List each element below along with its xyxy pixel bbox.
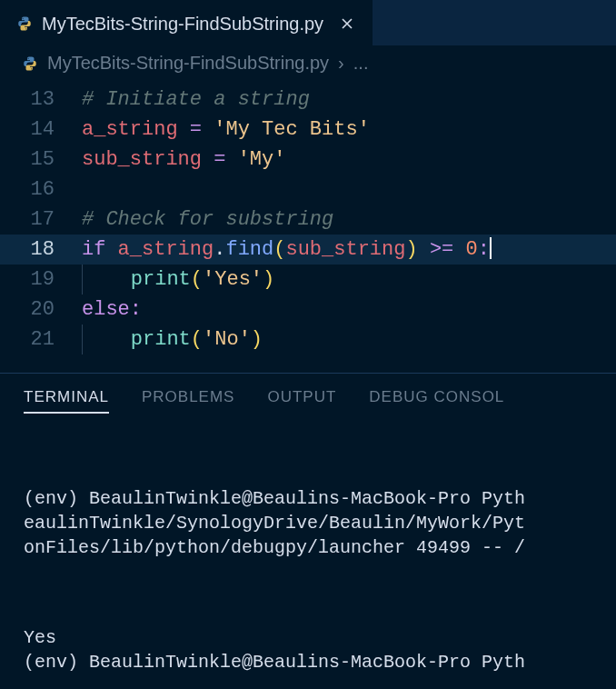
line-number: 20	[0, 295, 82, 325]
line-number: 13	[0, 85, 82, 115]
terminal-line: Yes (env) BeaulinTwinkle@Beaulins-MacBoo…	[24, 625, 592, 674]
editor-line[interactable]: 18if a_string.find(sub_string) >= 0:	[0, 235, 616, 265]
code-content: # Initiate a string	[82, 85, 616, 115]
chevron-right-icon: ›	[338, 53, 344, 74]
editor-line[interactable]: 20else:	[0, 295, 616, 325]
breadcrumb-rest: ...	[353, 53, 369, 74]
panel-tab-debug-consol[interactable]: DEBUG CONSOL	[369, 388, 504, 414]
code-content: if a_string.find(sub_string) >= 0:	[82, 235, 616, 265]
editor-line[interactable]: 17# Check for substring	[0, 205, 616, 235]
editor-line[interactable]: 14a_string = 'My Tec Bits'	[0, 115, 616, 145]
editor-line[interactable]: 21 print('No')	[0, 325, 616, 354]
line-number: 16	[0, 175, 82, 205]
line-number: 19	[0, 265, 82, 295]
code-content	[82, 175, 616, 205]
tab-bar: MyTecBits-String-FindSubString.py	[0, 0, 616, 45]
panel-tabs: TERMINALPROBLEMSOUTPUTDEBUG CONSOL	[0, 374, 616, 423]
line-number: 18	[0, 235, 82, 265]
editor-line[interactable]: 15sub_string = 'My'	[0, 145, 616, 175]
terminal-line: (env) BeaulinTwinkle@Beaulins-MacBook-Pr…	[24, 486, 592, 560]
tab-close-button[interactable]	[338, 15, 356, 33]
line-number: 21	[0, 325, 82, 354]
code-content: else:	[82, 295, 616, 325]
tab-filename: MyTecBits-String-FindSubString.py	[42, 14, 323, 35]
code-content: a_string = 'My Tec Bits'	[82, 115, 616, 145]
panel-tab-output[interactable]: OUTPUT	[267, 388, 336, 414]
code-content: print('Yes')	[82, 265, 616, 295]
panel-tab-problems[interactable]: PROBLEMS	[142, 388, 234, 414]
terminal-output[interactable]: (env) BeaulinTwinkle@Beaulins-MacBook-Pr…	[0, 423, 616, 689]
line-number: 15	[0, 145, 82, 175]
code-content: # Check for substring	[82, 205, 616, 235]
code-editor[interactable]: 13# Initiate a string14a_string = 'My Te…	[0, 81, 616, 358]
code-content: print('No')	[82, 325, 616, 354]
text-cursor	[490, 237, 492, 259]
breadcrumb-filename: MyTecBits-String-FindSubString.py	[47, 53, 329, 74]
panel-tab-terminal[interactable]: TERMINAL	[24, 388, 109, 414]
python-icon	[22, 55, 38, 72]
python-icon	[16, 15, 33, 32]
editor-line[interactable]: 19 print('Yes')	[0, 265, 616, 295]
code-content: sub_string = 'My'	[82, 145, 616, 175]
breadcrumb[interactable]: MyTecBits-String-FindSubString.py › ...	[0, 45, 616, 81]
editor-line[interactable]: 16	[0, 175, 616, 205]
line-number: 14	[0, 115, 82, 145]
editor-line[interactable]: 13# Initiate a string	[0, 85, 616, 115]
editor-tab[interactable]: MyTecBits-String-FindSubString.py	[0, 0, 373, 45]
line-number: 17	[0, 205, 82, 235]
